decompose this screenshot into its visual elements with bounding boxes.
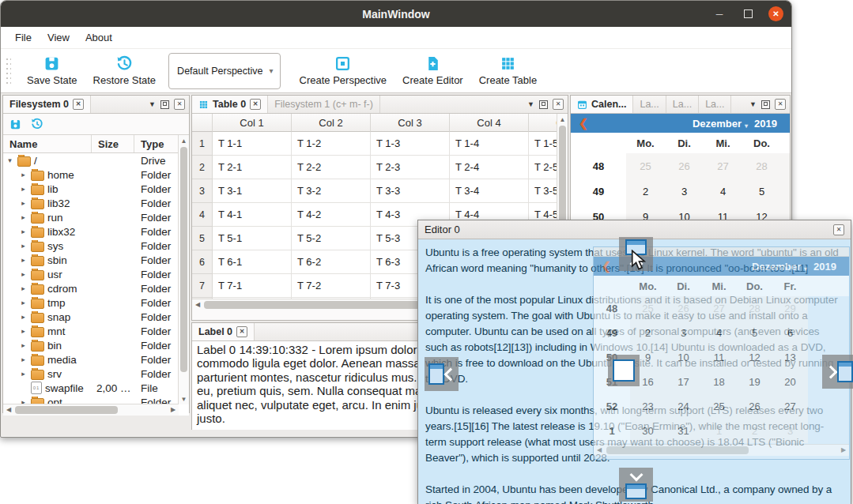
table-cell[interactable]: T 4-1	[213, 203, 292, 227]
calendar-day[interactable]: 6	[781, 179, 791, 204]
tree-row[interactable]: ▸tmpFolder	[3, 295, 189, 310]
col-name[interactable]: Name	[3, 135, 92, 152]
tree-row[interactable]: ▸sbinFolder	[3, 253, 189, 267]
tab-close-icon[interactable]: ✕	[73, 99, 84, 110]
titlebar[interactable]: MainWindow ─ ✕	[1, 1, 791, 27]
table-cell[interactable]: T 2-4	[450, 156, 529, 179]
tree-expander-icon[interactable]: ▸	[19, 199, 28, 207]
table-cell[interactable]: T 5-1	[213, 227, 292, 250]
calendar-day[interactable]: 2	[626, 179, 665, 204]
tab-calendar[interactable]: Calen...	[571, 96, 633, 113]
tree-row[interactable]: ▸mntFolder	[3, 324, 189, 338]
table-cell[interactable]: T 3-2	[292, 179, 371, 203]
tree-expander-icon[interactable]: ▸	[19, 270, 28, 278]
menu-file[interactable]: File	[7, 28, 40, 47]
table-cell[interactable]: T 6-2	[292, 250, 371, 274]
perspective-select[interactable]: Default Perspective ▾	[168, 53, 280, 89]
tree-row[interactable]: ▸libx32Folder	[3, 224, 189, 239]
table-cell[interactable]: T 2-3	[371, 156, 450, 179]
scroll-left-icon[interactable]: ◀	[3, 404, 14, 415]
tree-row[interactable]: ▸snapFolder	[3, 310, 189, 324]
tab-label-3[interactable]: La...	[699, 96, 731, 113]
create-perspective-button[interactable]: Create Perspective	[292, 52, 395, 89]
tree-expander-icon[interactable]: ▸	[19, 242, 28, 250]
table-cell[interactable]: T 1-5	[529, 132, 557, 156]
tab-close-icon[interactable]: ✕	[250, 99, 261, 110]
close-button[interactable]: ✕	[768, 6, 783, 21]
dock-menu-icon[interactable]: ▼	[749, 100, 757, 108]
col-type[interactable]: Type	[134, 135, 179, 152]
tree-expander-icon[interactable]: ▸	[19, 355, 28, 363]
dock-close-icon[interactable]: ✕	[174, 99, 185, 110]
table-row-header[interactable]: 5	[192, 227, 213, 250]
dock-indicator-center[interactable]	[608, 355, 640, 386]
table-cell[interactable]: T 7-2	[292, 274, 371, 298]
tree-expander-icon[interactable]: ▸	[19, 299, 28, 307]
table-cell[interactable]: T 2-2	[292, 156, 371, 179]
tree-row[interactable]: ▸mediaFolder	[3, 352, 189, 367]
dock-float-icon[interactable]	[539, 100, 548, 109]
dock-float-icon[interactable]	[160, 100, 169, 109]
dock-indicator-bottom[interactable]	[619, 468, 653, 502]
table-row-header[interactable]: 3	[192, 179, 213, 203]
table-row-header[interactable]: 7	[192, 274, 213, 298]
tree-row[interactable]: ▸srvFolder	[3, 367, 189, 381]
calendar-day[interactable]: 25	[626, 153, 665, 179]
table-column-header[interactable]: Col 1	[213, 114, 292, 132]
table-cell[interactable]: T 7-1	[213, 274, 292, 298]
tree-row[interactable]: 01swapfile2,00 …File	[3, 381, 189, 395]
tree-vertical-scrollbar[interactable]: ▲ ▼	[178, 135, 189, 404]
table-cell[interactable]: T 1-3	[371, 132, 450, 156]
tree-expander-icon[interactable]: ▾	[6, 156, 14, 164]
scroll-right-icon[interactable]: ▶	[168, 404, 179, 415]
scroll-down-icon[interactable]: ▼	[179, 393, 189, 404]
toolbar-drag-handle[interactable]	[6, 58, 11, 85]
calendar-day[interactable]: 29	[781, 153, 791, 179]
tree-expander-icon[interactable]: ▸	[19, 284, 28, 292]
tree-expander-icon[interactable]: ▸	[19, 228, 28, 235]
table-column-header[interactable]: Col 2	[292, 114, 371, 132]
menu-about[interactable]: About	[77, 28, 120, 47]
tree-expander-icon[interactable]: ▸	[19, 341, 28, 349]
tab-table-0[interactable]: Table 0 ✕	[192, 96, 268, 113]
table-column-header[interactable]: Col 5	[529, 114, 557, 132]
table-cell[interactable]: T 3-1	[213, 179, 292, 203]
save-state-button[interactable]: Save State	[19, 52, 85, 89]
dock-float-icon[interactable]	[761, 100, 770, 109]
tree-row[interactable]: ▸cdromFolder	[3, 281, 189, 295]
table-cell[interactable]: T 6-1	[213, 250, 292, 274]
scroll-left-icon[interactable]: ◀	[192, 299, 203, 310]
calendar-day[interactable]: 27	[704, 153, 742, 179]
table-cell[interactable]: T 1-4	[450, 132, 529, 156]
tree-row[interactable]: ▸lib32Folder	[3, 196, 189, 210]
table-cell[interactable]: T 2-5	[529, 156, 557, 179]
calendar-month[interactable]: Dezember	[693, 118, 742, 130]
tree-row[interactable]: ▸runFolder	[3, 210, 189, 224]
tree-row[interactable]: ▸homeFolder	[3, 167, 189, 182]
table-cell[interactable]: T 4-2	[292, 203, 371, 227]
dock-close-icon[interactable]: ✕	[775, 99, 786, 110]
tree-expander-icon[interactable]: ▸	[19, 171, 28, 179]
save-icon[interactable]	[9, 118, 21, 130]
menu-view[interactable]: View	[40, 28, 77, 47]
dock-indicator-right[interactable]	[822, 355, 853, 389]
tree-row[interactable]: ▾/Drive	[3, 153, 189, 167]
table-column-header[interactable]: Col 3	[371, 114, 450, 132]
tree-expander-icon[interactable]: ▸	[19, 213, 28, 221]
table-cell[interactable]: T 3-4	[450, 179, 529, 203]
table-row-header[interactable]: 4	[192, 203, 213, 227]
table-row-header[interactable]: 6	[192, 250, 213, 274]
tree-expander-icon[interactable]: ▸	[19, 370, 28, 378]
create-table-button[interactable]: Create Table	[471, 52, 545, 89]
table-cell[interactable]: T 3-3	[371, 179, 450, 203]
table-column-header[interactable]: Col 4	[450, 114, 529, 132]
tab-label-1[interactable]: La...	[633, 96, 666, 113]
dock-menu-icon[interactable]: ▼	[149, 100, 156, 108]
tree-expander-icon[interactable]: ▸	[19, 313, 28, 321]
calendar-day[interactable]: 5	[742, 179, 781, 204]
dock-close-icon[interactable]: ✕	[553, 99, 564, 110]
tree-horizontal-scrollbar[interactable]: ◀ ▶	[3, 404, 179, 416]
tree-row[interactable]: ▸usrFolder	[3, 267, 189, 281]
history-icon[interactable]	[31, 118, 43, 130]
tab-label-2[interactable]: La...	[666, 96, 699, 113]
